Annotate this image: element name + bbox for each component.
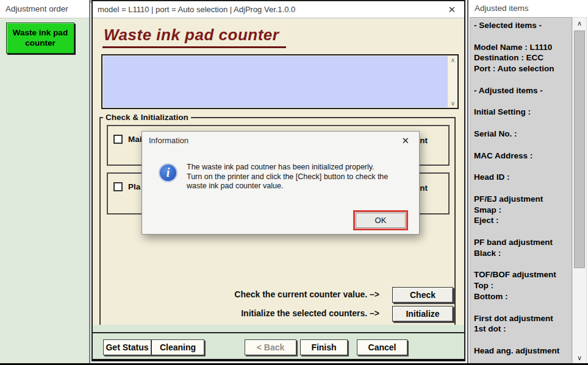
adjusted-items-panel: Adjusted items - Selected items - Model … <box>467 0 588 365</box>
adjusted-items-scrollbar[interactable]: ∧ ∨ <box>572 17 587 364</box>
scrollbar-thumb[interactable] <box>574 30 585 268</box>
textbox-scrollbar[interactable]: ∧ ∨ <box>448 55 457 108</box>
initialize-button[interactable]: Initialize <box>392 306 453 322</box>
close-icon[interactable]: ✕ <box>448 1 456 18</box>
scroll-up-icon[interactable]: ∧ <box>573 19 586 27</box>
group-title: Check & Initialization <box>103 113 191 122</box>
waste-ink-pad-counter-button[interactable]: Waste ink pad counter <box>6 23 74 54</box>
check-prompt-text: Check the current counter value. –> <box>234 289 379 299</box>
scroll-down-icon[interactable]: ∨ <box>573 354 586 362</box>
counter-value-textbox: ∧ ∨ <box>101 54 459 109</box>
dialog-title: Information <box>149 136 188 145</box>
cleaning-button[interactable]: Cleaning <box>151 339 204 355</box>
page-title: Waste ink pad counter <box>102 26 286 48</box>
scroll-up-icon[interactable]: ∧ <box>448 57 457 63</box>
ok-button[interactable]: OK <box>356 213 406 228</box>
window-titlebar: model = L1110 | port = Auto selection | … <box>93 1 464 18</box>
window-title: model = L1110 | port = Auto selection | … <box>93 1 464 18</box>
platen-pad-checkbox[interactable] <box>113 182 123 191</box>
platen-pad-label: Pla <box>128 182 140 191</box>
dialog-message: The waste ink pad coutner has been initi… <box>187 163 406 191</box>
adjusted-items-panel-title: Adjusted items <box>468 0 588 17</box>
ok-button-highlight: OK <box>353 210 408 230</box>
scroll-down-icon[interactable]: ∨ <box>448 100 457 107</box>
counter-value-textbox-content[interactable] <box>103 56 448 107</box>
finish-button[interactable]: Finish <box>300 339 348 355</box>
adjustment-order-panel-title: Adjustment order <box>0 0 89 18</box>
initialize-prompt-text: Initialize the selected counters. –> <box>241 308 379 318</box>
screen: Adjustment order Waste ink pad counter m… <box>0 0 588 365</box>
info-icon: i <box>159 163 177 182</box>
main-pad-checkbox[interactable] <box>113 135 123 144</box>
adjustment-order-panel: Adjustment order Waste ink pad counter <box>0 0 90 365</box>
main-pad-label: Mai <box>128 135 142 144</box>
dialog-close-icon[interactable]: ✕ <box>401 135 409 146</box>
back-button[interactable]: < Back <box>245 339 296 355</box>
cancel-button[interactable]: Cancel <box>357 339 407 355</box>
adjusted-items-list: - Selected items - Model Name : L1110 De… <box>470 17 572 365</box>
get-status-button[interactable]: Get Status <box>103 339 151 355</box>
footer-divider <box>93 332 464 333</box>
check-button[interactable]: Check <box>392 287 453 303</box>
window-footer: Get Status Cleaning < Back Finish Cancel <box>93 325 464 359</box>
information-dialog: Information ✕ i The waste ink pad coutne… <box>142 131 420 235</box>
